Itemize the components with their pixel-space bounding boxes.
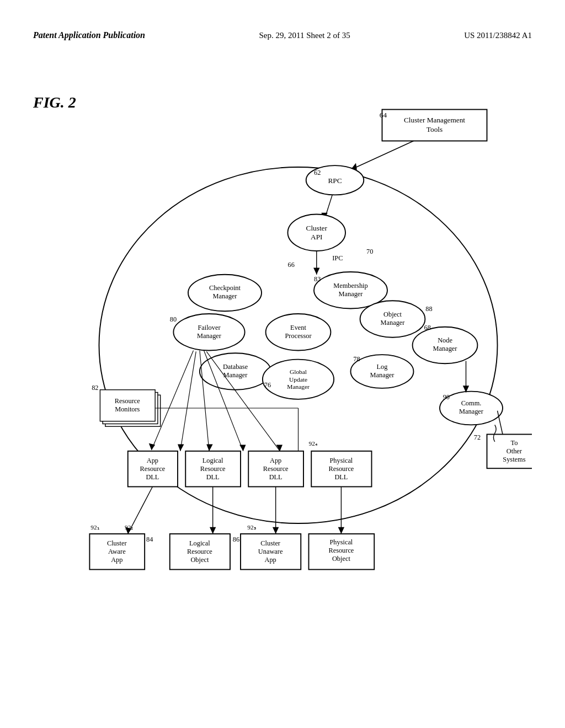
node-mgr-label: Node xyxy=(438,336,452,344)
global-update-label: Global xyxy=(290,368,307,375)
cluster-aware-app-label2: Aware xyxy=(108,548,126,555)
svg-line-2 xyxy=(351,141,414,170)
failover-mgr-label2: Manager xyxy=(197,332,221,340)
svg-marker-46 xyxy=(273,527,279,534)
membership-mgr-label2: Manager xyxy=(339,290,363,298)
svg-marker-32 xyxy=(276,445,282,451)
physical-res-obj-label3: Object xyxy=(332,555,350,563)
diagram-svg: Cluster Management Tools 64 RPC 62 Clust… xyxy=(33,94,532,618)
svg-marker-30 xyxy=(239,445,246,451)
to-other-systems-label: To xyxy=(510,439,518,447)
app-res-dll2-label: App xyxy=(270,457,281,464)
diagram-container: FIG. 2 Cluster Management Tools 64 RPC 6… xyxy=(33,94,532,618)
comm-mgr-label2: Manager xyxy=(459,408,483,415)
log-mgr-label2: Manager xyxy=(370,371,395,379)
sheet-info: Sep. 29, 2011 Sheet 2 of 35 xyxy=(259,31,350,40)
label-92-3: 92₃ xyxy=(247,524,255,531)
label-78: 78 xyxy=(353,355,360,363)
rpc-label: RPC xyxy=(328,176,342,185)
object-mgr-label2: Manager xyxy=(381,319,405,326)
label-82: 82 xyxy=(92,384,98,392)
global-update-label3: Manager xyxy=(287,383,310,390)
label-92-2: 92₂ xyxy=(125,524,133,531)
cluster-unaware-app-label2: Unaware xyxy=(258,548,283,555)
label-72: 72 xyxy=(474,433,481,441)
app-res-dll1-label3: DLL xyxy=(146,473,159,481)
cluster-unaware-app-label: Cluster xyxy=(260,539,280,547)
event-proc-label2: Processor xyxy=(285,332,312,340)
label-92-4: 92₄ xyxy=(309,440,318,447)
logical-res-dll-label3: DLL xyxy=(206,473,220,481)
cluster-aware-app-label: Cluster xyxy=(107,539,127,547)
cluster-aware-app-label3: App xyxy=(111,556,122,564)
cluster-api-label: Cluster xyxy=(306,224,328,232)
app-res-dll1-label: App xyxy=(147,457,158,464)
logical-res-obj-label3: Object xyxy=(190,556,209,564)
label-62: 62 xyxy=(314,169,321,176)
physical-res-obj-label2: Resource xyxy=(328,547,354,554)
to-other-systems-label3: Systems xyxy=(503,456,525,463)
global-update-label2: Update xyxy=(289,376,307,383)
checkpoint-mgr-label2: Manager xyxy=(213,292,237,300)
label-88: 88 xyxy=(425,305,432,313)
svg-marker-28 xyxy=(206,445,212,451)
label-70: 70 xyxy=(366,248,373,255)
label-84: 84 xyxy=(146,536,153,543)
physical-res-obj-label: Physical xyxy=(329,538,353,546)
cluster-mgmt-label: Cluster Management xyxy=(404,116,465,124)
resource-monitors-label2: Monitors xyxy=(115,405,140,413)
physical-res-dll-label3: DLL xyxy=(334,473,348,481)
app-res-dll1-label2: Resource xyxy=(140,465,165,473)
label-80: 80 xyxy=(170,315,177,323)
label-92-1: 92₁ xyxy=(90,524,99,531)
event-proc-label: Event xyxy=(290,324,306,331)
db-mgr-label2: Manager xyxy=(223,371,248,379)
logical-res-dll-label2: Resource xyxy=(200,465,226,473)
svg-marker-26 xyxy=(178,445,184,451)
header: Patent Application Publication Sep. 29, … xyxy=(0,30,565,40)
app-res-dll2-label2: Resource xyxy=(263,465,289,473)
physical-res-dll-label2: Resource xyxy=(328,465,354,473)
logical-res-obj-label2: Resource xyxy=(187,548,212,555)
svg-marker-48 xyxy=(338,527,344,534)
label-66: 66 xyxy=(288,261,295,269)
logical-res-obj-label: Logical xyxy=(189,539,210,547)
checkpoint-mgr-label: Checkpoint xyxy=(209,284,241,292)
db-mgr-label: Database xyxy=(223,363,248,371)
physical-res-dll-label: Physical xyxy=(329,457,353,464)
label-86: 86 xyxy=(233,536,239,543)
cluster-unaware-app-label3: App xyxy=(265,556,276,564)
app-res-dll2-label3: DLL xyxy=(269,473,282,481)
label-68: 68 xyxy=(424,324,431,331)
node-mgr-label2: Manager xyxy=(433,345,457,352)
patent-number: US 2011/238842 A1 xyxy=(464,31,532,40)
comm-mgr-label: Comm. xyxy=(461,399,482,407)
failover-mgr-label: Failover xyxy=(198,324,220,331)
to-other-systems-label2: Other xyxy=(507,447,522,455)
publication-title: Patent Application Publication xyxy=(33,30,145,40)
resource-monitors-label: Resource xyxy=(115,397,140,405)
membership-mgr-label: Membership xyxy=(333,282,367,290)
svg-marker-9 xyxy=(313,267,319,274)
cluster-api-label2: API xyxy=(311,233,322,241)
ipc-label: IPC xyxy=(332,254,343,262)
logical-res-dll-label: Logical xyxy=(202,457,223,464)
svg-marker-44 xyxy=(210,527,216,534)
label-76: 76 xyxy=(264,381,271,389)
page: Patent Application Publication Sep. 29, … xyxy=(0,0,565,728)
label-90: 90 xyxy=(443,393,450,401)
svg-line-25 xyxy=(180,351,196,451)
object-mgr-label: Object xyxy=(383,311,402,318)
label-83: 83 xyxy=(314,275,321,283)
label-64: 64 xyxy=(380,111,387,119)
cluster-mgmt-label2: Tools xyxy=(427,125,443,133)
log-mgr-label: Log xyxy=(377,363,388,371)
